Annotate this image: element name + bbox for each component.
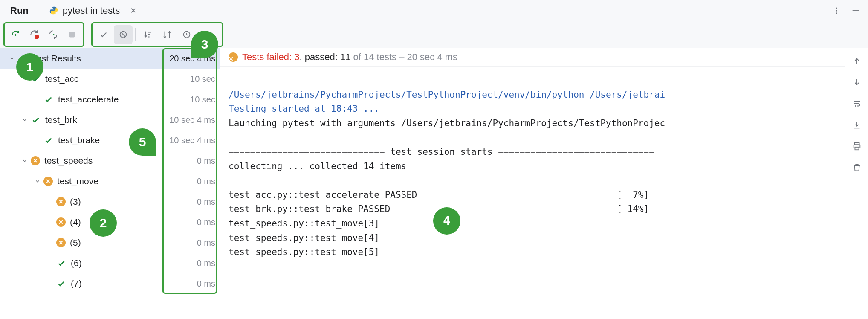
tree-item-label: test_brk [45,115,168,125]
fail-icon [229,52,238,62]
tree-item[interactable]: test_speeds0 ms [0,151,220,171]
chevron-down-icon[interactable] [33,178,42,184]
fail-icon [56,238,66,247]
tree-item-label: (6) [71,258,168,268]
down-arrow-icon[interactable] [849,75,865,90]
chevron-down-icon[interactable] [8,55,16,61]
test-tree[interactable]: est Results 20 sec 4 ms test_acc10 secte… [0,48,220,319]
tree-item-label: test_speeds [44,156,168,166]
tree-item-duration: 0 ms [168,279,215,289]
pass-icon [43,94,54,104]
toggle-auto-test-button[interactable] [44,25,63,44]
tree-item[interactable]: (6)0 ms [0,253,220,273]
callout-1: 1 [16,53,43,81]
svg-rect-3 [853,10,859,11]
expand-all-button[interactable] [158,25,176,44]
pass-icon [31,115,41,125]
svg-point-1 [836,10,837,11]
console-result-lines: test_acc.py::test_accelerate PASSED [ 7%… [229,188,836,260]
tree-item[interactable]: test_accelerate10 sec [0,89,220,110]
rerun-group [3,22,84,47]
tree-item-duration: 0 ms [168,156,215,166]
callout-4: 4 [433,207,460,235]
tree-item-duration: 0 ms [168,258,215,268]
run-tab[interactable]: pytest in tests ✕ [49,5,137,16]
tree-item-duration: 0 ms [168,197,215,207]
sort-button[interactable] [138,25,157,44]
tree-item-label: test_accelerate [58,94,168,104]
pass-icon [43,135,54,145]
tool-window-title: Run [10,5,29,16]
callout-2: 2 [90,209,117,237]
header: Run pytest in tests ✕ [0,0,868,21]
chevron-down-icon[interactable] [20,117,29,123]
body: est Results 20 sec 4 ms test_acc10 secte… [0,48,868,319]
fail-icon [56,197,66,206]
tree-item-duration: 10 sec 4 ms [168,136,215,145]
pass-icon [56,278,67,289]
tab-label: pytest in tests [63,5,120,16]
console-gutter [845,48,868,319]
rerun-button[interactable] [6,25,25,44]
tree-item-label: test_move [57,176,168,186]
show-ignored-button[interactable] [114,25,133,44]
tree-item-duration: 10 sec [168,95,215,104]
fail-icon [56,218,66,227]
trash-icon[interactable] [849,160,865,175]
stop-button[interactable] [63,25,81,44]
separator [135,28,136,41]
up-arrow-icon[interactable] [849,53,865,69]
python-icon [49,6,58,15]
test-summary: Tests failed: 3, passed: 11 of 14 tests … [220,48,845,67]
tree-item[interactable]: test_brake10 sec 4 ms [0,130,220,151]
pass-icon [56,258,67,268]
tree-item-label: (3) [70,197,168,207]
soft-wrap-icon[interactable] [849,96,865,111]
console-output[interactable]: /Users/jetbrains/PycharmProjects/TestPyt… [220,67,845,319]
test-toolbar: 3 [0,21,868,48]
tree-item-label: (4) [70,217,168,227]
callout-5: 5 [129,128,156,156]
tree-item[interactable]: (7)0 ms [0,273,220,294]
tree-item-label: (5) [70,238,168,248]
tree-item-duration: 10 sec 4 ms [168,115,215,125]
svg-point-4 [35,35,39,39]
tree-item-label: test_acc [45,74,168,84]
show-passed-button[interactable] [94,25,113,44]
more-icon[interactable] [832,6,841,15]
svg-point-2 [836,12,837,14]
tree-item[interactable]: (5)0 ms [0,232,220,253]
print-icon[interactable] [849,139,865,154]
chevron-down-icon[interactable] [20,158,29,164]
minimize-icon[interactable] [851,6,860,15]
tree-item-duration: 0 ms [168,218,215,227]
run-tool-window: Run pytest in tests ✕ [0,0,868,319]
tree-item-label: (7) [71,278,168,289]
console-panel: Tests failed: 3, passed: 11 of 14 tests … [220,48,845,319]
tree-item-duration: 0 ms [168,177,215,186]
callout-3: 3 [191,31,218,58]
fail-icon [31,156,40,165]
tree-item-duration: 10 sec [168,74,215,84]
tree-item[interactable]: test_brk10 sec 4 ms [0,110,220,130]
svg-rect-5 [69,32,75,38]
scroll-to-end-icon[interactable] [849,117,865,133]
tree-item-duration: 0 ms [168,238,215,248]
tree-item[interactable]: test_move0 ms [0,171,220,191]
tree-item[interactable]: (3)0 ms [0,191,220,212]
rerun-failed-button[interactable] [25,25,44,44]
svg-point-0 [836,8,837,9]
close-tab-icon[interactable]: ✕ [130,6,136,15]
window-header-actions [832,6,863,15]
fail-icon [43,177,53,186]
